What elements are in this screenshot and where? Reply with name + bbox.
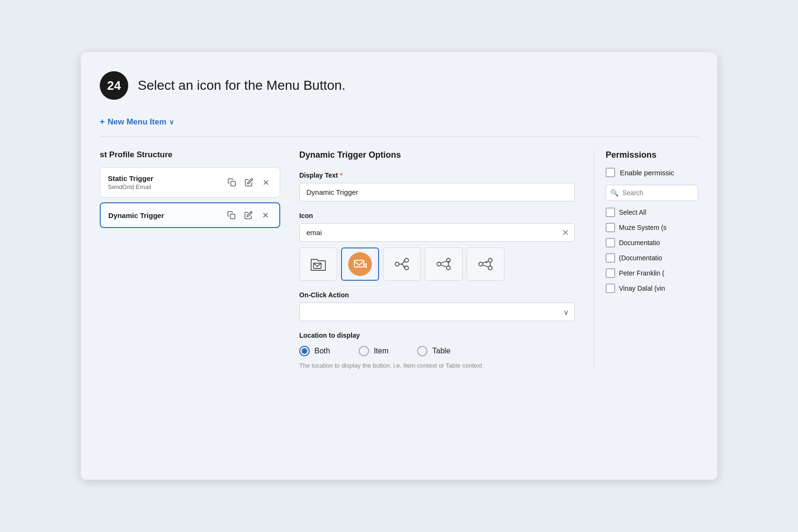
muze-system-checkbox[interactable]	[606, 223, 615, 232]
both-radio-dot	[302, 348, 307, 354]
onclick-select-wrapper: ∨	[299, 303, 575, 321]
new-menu-label: New Menu Item	[108, 117, 167, 127]
vinay-dalal-label: Vinay Dalal (vin	[619, 284, 665, 293]
right-panel: Permissions Enable permissic 🔍 Select Al…	[594, 150, 698, 369]
folder-email-icon-cell[interactable]	[299, 247, 337, 281]
profile-structure-title: st Profile Structure	[100, 150, 280, 160]
network2-icon-cell[interactable]	[425, 247, 463, 281]
search-icon: 🔍	[610, 189, 618, 197]
documentation2-label: (Documentatio	[619, 254, 662, 262]
peter-franklin-perm-item: Peter Franklin (	[606, 268, 698, 278]
dynamic-trigger-info: Dynamic Trigger	[108, 211, 164, 219]
svg-point-13	[446, 266, 450, 270]
content-area: st Profile Structure Static Trigger Send…	[100, 150, 698, 369]
static-trigger-copy-button[interactable]	[226, 177, 238, 188]
static-trigger-edit-button[interactable]	[243, 177, 255, 188]
icon-group: Icon ✕	[299, 212, 575, 281]
dynamic-trigger-name: Dynamic Trigger	[108, 211, 164, 219]
display-text-label: Display Text *	[299, 171, 575, 179]
select-all-checkbox[interactable]	[606, 208, 615, 217]
static-trigger-actions	[226, 177, 272, 188]
svg-point-9	[405, 258, 408, 262]
svg-point-16	[488, 258, 492, 262]
vinay-dalal-checkbox[interactable]	[606, 284, 615, 293]
static-trigger-delete-button[interactable]	[260, 177, 272, 188]
new-menu-item-button[interactable]: + New Menu Item ∨	[100, 115, 174, 129]
step-number: 24	[100, 71, 128, 100]
left-panel: st Profile Structure Static Trigger Send…	[100, 150, 280, 369]
middle-panel: Dynamic Trigger Options Display Text * I…	[280, 150, 594, 369]
permissions-search-box: 🔍	[606, 185, 698, 201]
documentation2-checkbox[interactable]	[606, 253, 615, 263]
peter-franklin-checkbox[interactable]	[606, 268, 615, 278]
onclick-action-label: On-Click Action	[299, 291, 575, 299]
enable-permissions-label: Enable permissic	[620, 169, 674, 177]
enable-permissions-row: Enable permissic	[606, 168, 698, 177]
static-trigger-card[interactable]: Static Trigger SendGrid Email	[100, 167, 280, 198]
location-table-option[interactable]: Table	[417, 346, 450, 356]
toolbar-row: + New Menu Item ∨	[100, 115, 698, 137]
static-trigger-name: Static Trigger	[108, 174, 153, 182]
plus-icon: +	[100, 117, 105, 127]
table-radio-circle	[417, 346, 428, 356]
svg-rect-7	[354, 260, 364, 267]
location-item-option[interactable]: Item	[359, 346, 389, 356]
dynamic-trigger-actions	[225, 210, 272, 220]
documentation-checkbox[interactable]	[606, 238, 615, 247]
dynamic-trigger-edit-button[interactable]	[242, 210, 255, 220]
permissions-title: Permissions	[606, 150, 698, 160]
email-arrow-icon-cell[interactable]	[341, 247, 379, 281]
display-text-group: Display Text *	[299, 171, 575, 201]
dynamic-trigger-copy-button[interactable]	[225, 210, 238, 220]
item-radio-label: Item	[374, 347, 389, 355]
select-all-label: Select All	[619, 208, 646, 217]
svg-rect-0	[231, 181, 236, 186]
static-trigger-info: Static Trigger SendGrid Email	[108, 174, 153, 190]
svg-point-15	[479, 262, 483, 266]
both-radio-circle	[299, 346, 310, 356]
table-radio-label: Table	[432, 347, 450, 355]
chevron-down-icon: ∨	[169, 118, 174, 126]
select-all-item[interactable]: Select All	[606, 208, 698, 217]
icon-grid	[299, 247, 575, 281]
documentation2-perm-item: (Documentatio	[606, 253, 698, 263]
step-header: 24 Select an icon for the Menu Button.	[100, 71, 698, 100]
location-section: Location to display Both Item	[299, 332, 575, 369]
icon-search-row: ✕	[299, 223, 575, 242]
svg-point-11	[437, 262, 441, 266]
location-hint: The location to display the button. i.e.…	[299, 362, 575, 369]
muze-system-perm-item: Muze System (s	[606, 223, 698, 232]
both-radio-label: Both	[314, 347, 330, 355]
onclick-action-select[interactable]	[299, 303, 575, 321]
static-trigger-sub: SendGrid Email	[108, 183, 153, 190]
item-radio-circle	[359, 346, 369, 356]
display-text-input[interactable]	[299, 183, 575, 201]
icon-search-input[interactable]	[299, 223, 575, 242]
svg-point-18	[485, 261, 487, 263]
peter-franklin-label: Peter Franklin (	[619, 269, 665, 277]
dynamic-trigger-card[interactable]: Dynamic Trigger	[100, 202, 280, 228]
dynamic-trigger-options-title: Dynamic Trigger Options	[299, 150, 575, 160]
main-container: 24 Select an icon for the Menu Button. +…	[81, 52, 717, 480]
step-title: Select an icon for the Menu Button.	[138, 78, 345, 93]
enable-permissions-checkbox[interactable]	[606, 168, 615, 177]
required-indicator: *	[340, 171, 342, 179]
documentation-perm-item: Documentatio	[606, 238, 698, 247]
documentation-label: Documentatio	[619, 238, 660, 247]
location-radio-group: Both Item Table	[299, 346, 575, 356]
onclick-action-group: On-Click Action ∨	[299, 291, 575, 321]
svg-point-8	[395, 262, 399, 266]
svg-rect-3	[230, 214, 235, 219]
location-label: Location to display	[299, 332, 575, 339]
location-both-option[interactable]: Both	[299, 346, 330, 356]
network1-icon-cell[interactable]	[383, 247, 421, 281]
icon-label: Icon	[299, 212, 575, 219]
svg-point-10	[405, 266, 408, 270]
vinay-dalal-perm-item: Vinay Dalal (vin	[606, 284, 698, 293]
network3-icon-cell[interactable]	[466, 247, 504, 281]
svg-point-17	[488, 266, 492, 270]
icon-search-clear-button[interactable]: ✕	[562, 228, 569, 238]
muze-system-label: Muze System (s	[619, 223, 666, 232]
dynamic-trigger-delete-button[interactable]	[259, 210, 272, 220]
permissions-search-input[interactable]	[606, 185, 698, 201]
